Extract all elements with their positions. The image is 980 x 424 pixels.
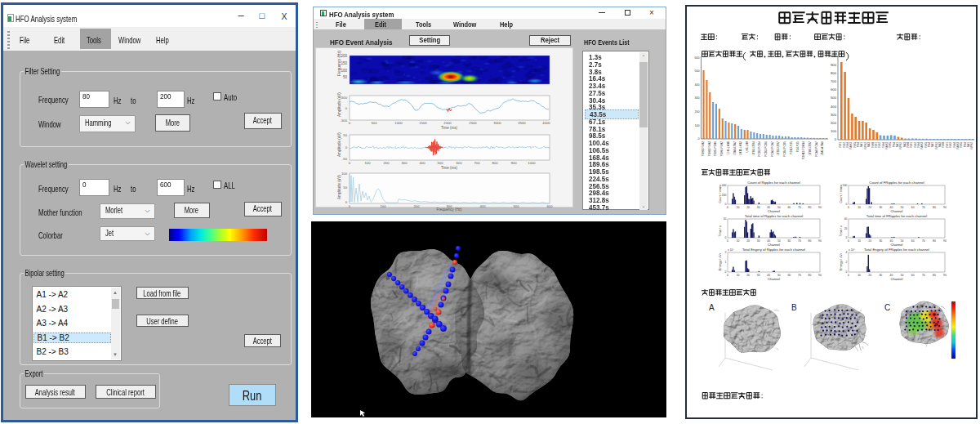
svg-text:80: 80 (808, 206, 812, 209)
svg-text:80: 80 (933, 274, 936, 277)
svg-text:10: 10 (858, 206, 861, 209)
svg-text:P34-P35: P34-P35 (796, 141, 800, 152)
svg-text:-500: -500 (341, 118, 348, 123)
svg-text:90: 90 (943, 274, 947, 277)
svg-text:0: 0 (725, 270, 727, 274)
svg-text:Frequency (Hz): Frequency (Hz) (337, 50, 341, 76)
svg-text:PCA3-PCA7: PCA3-PCA7 (771, 141, 774, 157)
svg-text:RH4: RH4 (917, 142, 920, 148)
svg-text:70: 70 (798, 274, 801, 277)
svg-text:Channel: Channel (891, 209, 903, 213)
svg-text:40: 40 (844, 217, 848, 221)
svg-text:200: 200 (414, 204, 421, 208)
svg-text:Channel: Channel (891, 277, 903, 281)
svg-text:RA3: RA3 (867, 142, 871, 147)
svg-text:500: 500 (372, 121, 378, 125)
svg-text:10: 10 (737, 206, 740, 209)
svg-text:100: 100 (341, 69, 347, 73)
svg-text:Count / times: Count / times (840, 185, 843, 203)
svg-text:PCA8-PCA7: PCA8-PCA7 (815, 141, 818, 157)
svg-text:30: 30 (879, 239, 882, 243)
svg-text:RA1: RA1 (860, 142, 863, 147)
svg-text:500: 500 (695, 69, 700, 73)
svg-text:0: 0 (345, 200, 348, 204)
svg-text:60: 60 (911, 239, 915, 243)
svg-text:0: 0 (727, 274, 728, 277)
svg-text:50: 50 (343, 75, 348, 79)
svg-text:200: 200 (722, 194, 727, 197)
svg-text:PCB4-PCB5: PCB4-PCB5 (783, 141, 786, 157)
svg-text:0: 0 (846, 203, 848, 206)
svg-text:70: 70 (798, 239, 801, 243)
svg-text:Channel: Channel (891, 243, 903, 247)
svg-text:20: 20 (844, 227, 848, 230)
svg-text:Total time of Ripples for each: Total time of Ripples for each channel (745, 214, 804, 218)
svg-text:Time (ms): Time (ms) (441, 126, 458, 130)
svg-text:LTA5 A TA6: LTA5 A TA6 (821, 141, 824, 155)
svg-text:0: 0 (727, 239, 728, 243)
svg-text:Channel: Channel (768, 209, 780, 213)
svg-text:Total Engery of Ripples for ea: Total Engery of Ripples for each channel (742, 248, 805, 252)
svg-text:0: 0 (848, 239, 849, 243)
svg-text:30: 30 (757, 274, 760, 277)
svg-text:0: 0 (848, 274, 849, 277)
svg-text:RH8: RH8 (942, 142, 945, 148)
svg-text:80: 80 (808, 274, 812, 277)
svg-text:800: 800 (831, 71, 837, 75)
svg-text:RH5: RH5 (924, 142, 928, 148)
svg-text:0: 0 (848, 206, 849, 209)
svg-text:50: 50 (724, 217, 727, 221)
svg-text:2: 2 (725, 251, 727, 254)
svg-text:20: 20 (868, 239, 871, 243)
svg-text:90: 90 (943, 239, 947, 243)
svg-text:50: 50 (343, 185, 347, 190)
svg-text:RH5: RH5 (853, 142, 857, 148)
svg-text:800: 800 (492, 161, 499, 165)
svg-text:0: 0 (846, 236, 848, 239)
svg-text:RH1: RH1 (875, 142, 878, 148)
svg-text:10: 10 (858, 239, 861, 243)
svg-text:0: 0 (846, 270, 848, 274)
svg-text:Count / times: Count / times (719, 185, 722, 203)
svg-text:10: 10 (737, 274, 740, 277)
svg-text:x 10⁶: x 10⁶ (849, 248, 855, 252)
svg-text:500: 500 (341, 96, 348, 100)
svg-text:P3H1-P4H3: P3H1-P4H3 (708, 141, 711, 156)
svg-text:50: 50 (901, 239, 904, 243)
svg-text:900: 900 (511, 161, 518, 165)
svg-text:400: 400 (722, 184, 727, 187)
svg-text:RH2: RH2 (949, 142, 952, 148)
svg-text:Channel: Channel (768, 243, 780, 247)
svg-text:10: 10 (858, 274, 861, 277)
svg-text:RH5: RH5 (889, 142, 892, 148)
svg-text:1000: 1000 (394, 121, 403, 125)
svg-text:70: 70 (922, 274, 925, 277)
svg-text:60: 60 (911, 274, 915, 277)
svg-text:P3H13-P3H14: P3H13-P3H14 (802, 141, 805, 159)
svg-text:40: 40 (890, 206, 893, 209)
svg-text:0: 0 (725, 236, 727, 239)
svg-text:0: 0 (345, 145, 348, 150)
svg-text:50: 50 (777, 239, 781, 243)
svg-text:0: 0 (345, 106, 348, 110)
svg-text:RH4: RH4 (882, 142, 885, 148)
svg-text:200: 200 (384, 161, 390, 165)
svg-text:-50: -50 (342, 157, 348, 161)
svg-text:100: 100 (381, 204, 387, 208)
svg-text:RH2: RH2 (914, 142, 917, 148)
svg-text:40: 40 (890, 239, 893, 243)
svg-text:3000: 3000 (493, 121, 501, 125)
svg-text:900: 900 (831, 63, 837, 67)
svg-text:LH5-LH8: LH5-LH8 (746, 141, 749, 153)
svg-text:400: 400 (420, 161, 426, 165)
svg-text:1500: 1500 (419, 121, 427, 125)
svg-text:1000: 1000 (829, 54, 837, 58)
svg-text:20: 20 (868, 274, 871, 277)
svg-text:A: A (709, 303, 715, 312)
svg-text:Amplitude (uV): Amplitude (uV) (337, 92, 341, 117)
svg-text:100: 100 (695, 124, 700, 127)
svg-text:300: 300 (831, 113, 837, 117)
svg-text:3500: 3500 (518, 121, 526, 125)
svg-text:Energy / uV²: Energy / uV² (840, 252, 843, 270)
svg-text:40: 40 (767, 274, 770, 277)
